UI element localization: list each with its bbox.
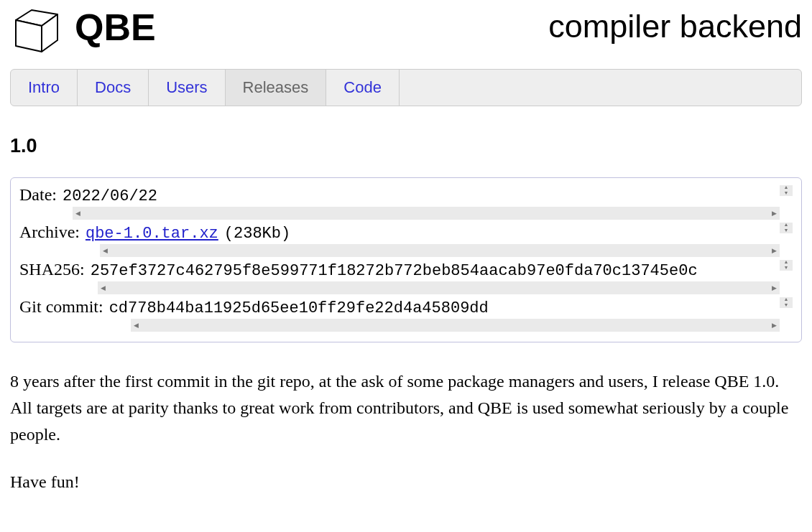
field-date: Date: 2022/06/22 ◀ ▶ ▲ ▼: [19, 185, 793, 220]
triangle-right-icon: ▶: [772, 284, 777, 291]
nav-releases[interactable]: Releases: [226, 70, 327, 106]
archive-label: Archive:: [19, 223, 80, 242]
sha-label: SHA256:: [19, 260, 85, 279]
field-git: Git commit: cd778b44ba11925d65ee10ff29fe…: [19, 297, 793, 332]
triangle-left-icon: ◀: [134, 322, 139, 329]
release-notes: 8 years after the first commit in the gi…: [10, 368, 802, 495]
nav-users[interactable]: Users: [149, 70, 225, 106]
header: QBE compiler backend: [0, 0, 812, 69]
hscrollbar[interactable]: ◀ ▶: [73, 207, 780, 220]
triangle-left-icon: ◀: [75, 210, 80, 217]
paragraph-1: 8 years after the first commit in the gi…: [10, 368, 802, 449]
scroll-indent: [19, 207, 73, 220]
nav-code[interactable]: Code: [326, 70, 400, 106]
triangle-right-icon: ▶: [772, 247, 777, 254]
triangle-right-icon: ▶: [772, 210, 777, 217]
nav-intro[interactable]: Intro: [11, 70, 78, 106]
nav-docs[interactable]: Docs: [78, 70, 149, 106]
triangle-down-icon: ▼: [784, 228, 789, 233]
triangle-down-icon: ▼: [784, 303, 789, 308]
date-label: Date:: [19, 185, 57, 205]
version-heading: 1.0: [10, 135, 802, 157]
triangle-left-icon: ◀: [103, 247, 108, 254]
cube-logo-icon: [10, 7, 62, 55]
vscrollbar[interactable]: ▲ ▼: [780, 260, 793, 271]
triangle-up-icon: ▲: [784, 297, 789, 302]
date-value: 2022/06/22: [63, 187, 157, 205]
hscrollbar[interactable]: ◀ ▶: [100, 244, 780, 257]
archive-link[interactable]: qbe-1.0.tar.xz: [86, 225, 218, 243]
site-subtitle: compiler backend: [548, 10, 802, 42]
content: 1.0 Date: 2022/06/22 ◀ ▶: [0, 135, 812, 495]
scroll-indent: [19, 244, 100, 257]
scroll-indent: [19, 319, 131, 332]
header-left: QBE: [10, 7, 156, 55]
triangle-up-icon: ▲: [784, 185, 789, 190]
triangle-down-icon: ▼: [784, 191, 789, 196]
hscrollbar[interactable]: ◀ ▶: [98, 281, 780, 294]
triangle-left-icon: ◀: [101, 284, 106, 291]
scroll-indent: [19, 281, 98, 294]
git-label: Git commit:: [19, 297, 103, 317]
field-sha: SHA256: 257ef3727c462795f8e599771f18272b…: [19, 260, 793, 294]
git-value: cd778b44ba11925d65ee10ff29fe22d4a45809dd: [109, 299, 489, 317]
triangle-down-icon: ▼: [784, 266, 789, 271]
field-archive: Archive: qbe-1.0.tar.xz (238Kb) ◀ ▶ ▲: [19, 223, 793, 257]
vscrollbar[interactable]: ▲ ▼: [780, 297, 793, 308]
release-box: Date: 2022/06/22 ◀ ▶ ▲ ▼: [10, 177, 802, 342]
vscrollbar[interactable]: ▲ ▼: [780, 185, 793, 196]
paragraph-2: Have fun!: [10, 469, 802, 495]
sha-value: 257ef3727c462795f8e599771f18272b772beb85…: [91, 262, 698, 280]
site-title: QBE: [75, 9, 156, 46]
archive-size: (238Kb): [224, 225, 290, 243]
vscrollbar[interactable]: ▲ ▼: [780, 223, 793, 233]
triangle-up-icon: ▲: [784, 260, 789, 265]
triangle-up-icon: ▲: [784, 223, 789, 228]
hscrollbar[interactable]: ◀ ▶: [131, 319, 780, 332]
nav-bar: Intro Docs Users Releases Code: [10, 69, 802, 106]
triangle-right-icon: ▶: [772, 322, 777, 329]
